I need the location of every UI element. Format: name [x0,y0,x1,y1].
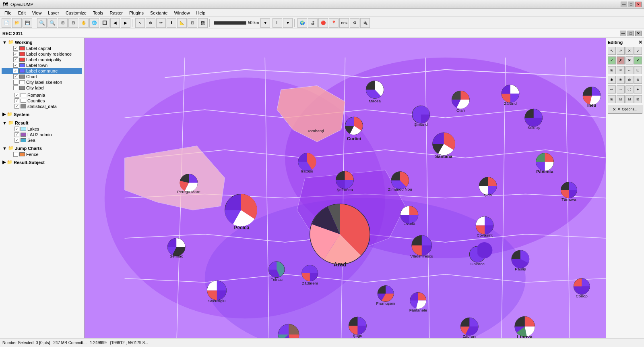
layer-lakes[interactable]: Lakes [2,126,82,132]
label-town-checkbox[interactable] [13,63,18,68]
new-project-button[interactable]: 📄 [2,18,11,28]
settings-button[interactable]: ⚙ [350,18,359,28]
level-button[interactable]: L [272,18,282,28]
edit-cancel-btn[interactable]: ✗ [617,56,625,64]
edit-chk-btn[interactable]: ✔ [634,56,642,64]
lakes-checkbox[interactable] [14,127,19,131]
map-area[interactable]: Arad Curtici Macea Olari Zărand Ineu Şim… [85,38,606,338]
counties-checkbox[interactable] [14,98,19,103]
zoom-prev-button[interactable]: ◀ [110,18,120,28]
edit-star2-btn[interactable]: ✳ [617,76,625,84]
layer-statistical[interactable]: statistical_data [2,104,82,109]
rec-close[interactable]: ✕ [635,31,642,36]
chart-checkbox[interactable] [13,74,18,79]
edit-grid2-btn[interactable]: ⊞ [608,95,616,103]
layer-group-result-subject[interactable]: ▶ 📁 Result-Subject [0,158,84,166]
menu-window[interactable]: Window [171,9,192,17]
edit-undo-btn[interactable]: ↩ [608,85,616,94]
layer-chart[interactable]: Chart [2,74,82,79]
options-button[interactable]: ✕ ✕ Options... [608,105,642,114]
edit-button[interactable]: ✏ [156,18,166,28]
layer-group-result[interactable]: ▼ 📁 Result Lakes LAU2 admin Sea [0,118,84,144]
editing-close[interactable]: ✕ [638,39,642,45]
layer-counties[interactable]: Counties [2,98,82,104]
rec-maximize[interactable]: □ [627,31,634,36]
plugin-button[interactable]: 🔌 [360,18,370,28]
open-button[interactable]: 📂 [12,18,22,28]
print-button[interactable]: 🖨 [308,18,318,28]
layer-label-town[interactable]: Label town [2,62,82,68]
edit-circle-btn[interactable]: ⊗ [634,76,642,84]
working-group-header[interactable]: ▼ 📁 Working [2,39,82,46]
menu-edit[interactable]: Edit [15,9,29,17]
romania-checkbox[interactable] [14,93,19,98]
fence-button[interactable]: ⊡ [188,18,197,28]
edit-target2-btn[interactable]: ⊡ [617,95,625,103]
level-dropdown[interactable]: ▼ [283,18,293,28]
pan-button[interactable]: ✋ [79,18,89,28]
globe-button[interactable]: 🌍 [297,18,307,28]
menu-tools[interactable]: Tools [90,9,106,17]
zoom-in-button[interactable]: 🔍 [37,18,47,28]
system-group-header[interactable]: ▶ 📁 System [2,111,82,118]
layer-sea[interactable]: Sea [2,137,82,143]
move-button[interactable]: ⊕ [146,18,155,28]
layer-group-system[interactable]: ▶ 📁 System [0,110,84,118]
label-commune-checkbox[interactable] [13,69,18,73]
edit-box-btn[interactable]: ⊠ [634,95,642,103]
edit-redo-btn[interactable]: → [617,85,625,94]
rec-minimize[interactable]: — [620,31,626,36]
zoom-select-button[interactable]: ⊟ [68,18,78,28]
edit-move-btn[interactable]: ↙ [634,47,642,55]
menu-customize[interactable]: Customize [63,9,89,17]
scale-options[interactable]: ▼ [260,18,270,28]
layer-label-municipality[interactable]: Label municipality [2,57,82,62]
hfs-button[interactable]: HFS [339,18,349,28]
edit-del-btn[interactable]: ✕ [625,47,634,55]
layer-lau2[interactable]: LAU2 admin [2,132,82,137]
menu-file[interactable]: File [2,9,14,17]
snap-button[interactable]: 🔴 [318,18,328,28]
statistical-checkbox[interactable] [14,104,19,109]
label-capital-checkbox[interactable] [13,46,18,51]
edit-ok-btn[interactable]: ✓ [608,56,616,64]
lau2-checkbox[interactable] [14,132,19,137]
layer-romania[interactable]: Romania [2,92,82,98]
layer-group-working[interactable]: ▼ 📁 Working Label capital Label county r… [0,38,84,91]
image-button[interactable]: 🖼 [198,18,208,28]
city-skeleton-checkbox[interactable] [13,80,18,85]
label-county-checkbox[interactable] [13,52,18,56]
jump-charts-group-header[interactable]: ▼ 📁 Jump Charts [2,145,82,152]
city-label-checkbox[interactable] [13,85,18,90]
layer-fence[interactable]: Fence [2,152,82,157]
zoom-layer-button[interactable]: ⊞ [58,18,68,28]
window-controls[interactable]: — □ ✕ [621,2,642,7]
edit-x2-btn[interactable]: ✖ [625,56,634,64]
zoom-next-button[interactable]: ▶ [121,18,130,28]
edit-star-btn[interactable]: ✱ [608,76,616,84]
gps-button[interactable]: 📍 [329,18,339,28]
info-button[interactable]: ℹ [167,18,176,28]
result-subject-header[interactable]: ▶ 📁 Result-Subject [2,159,82,166]
edit-target-btn[interactable]: ⊡ [634,66,642,74]
measure-button[interactable]: 📐 [177,18,187,28]
menu-view[interactable]: View [29,9,45,17]
fence-checkbox[interactable] [13,152,18,157]
edit-o-btn[interactable]: 〇 [625,85,634,94]
edit-grid-btn[interactable]: ⊞ [608,66,616,74]
edit-minus-btn[interactable]: ⊟ [625,95,634,103]
menu-layer[interactable]: Layer [45,9,62,17]
save-button[interactable]: 💾 [23,18,32,28]
layer-group-jump-charts[interactable]: ▼ 📁 Jump Charts Fence [0,144,84,158]
edit-arrow-btn[interactable]: ↔ [625,66,634,74]
edit-diamond-btn[interactable]: ✦ [634,85,642,94]
minimize-button[interactable]: — [621,2,627,7]
menu-plugins[interactable]: Plugins [126,9,147,17]
label-municipality-checkbox[interactable] [13,57,18,62]
layer-city-label[interactable]: City label [2,85,82,91]
edit-select2-btn[interactable]: ↗ [617,47,625,55]
menu-raster[interactable]: Raster [107,9,126,17]
layer-label-county[interactable]: Label county residence [2,51,82,57]
layer-label-commune[interactable]: Label commune [2,68,82,74]
result-group-header[interactable]: ▼ 📁 Result [2,119,82,126]
